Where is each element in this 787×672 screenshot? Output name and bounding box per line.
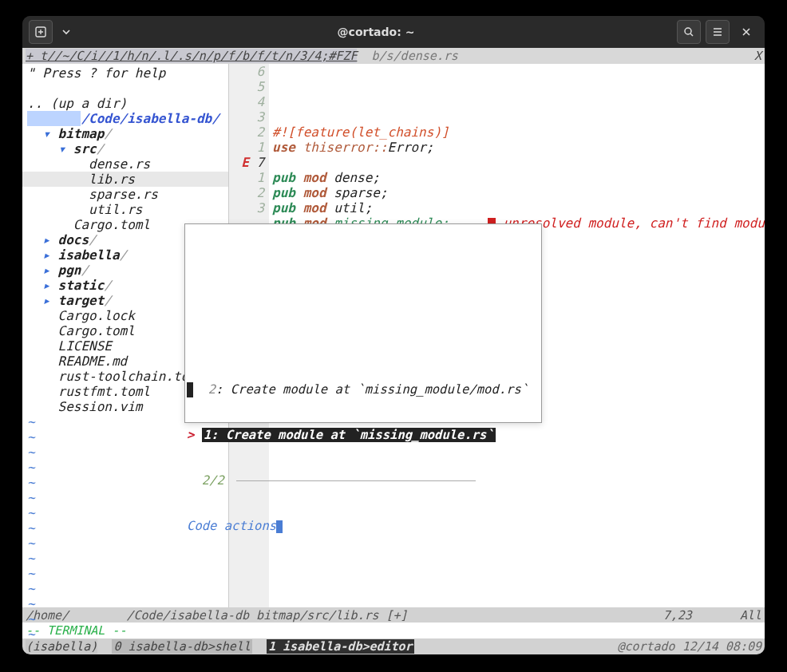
- code-line[interactable]: #![feature(let_chains)]: [272, 125, 765, 140]
- tree-file[interactable]: util.rs: [22, 202, 228, 217]
- window-title: @cortado: ~: [80, 26, 672, 38]
- tmux-clock: @cortado 12/14 08:09: [617, 639, 761, 654]
- tree-file[interactable]: dense.rs: [22, 156, 228, 172]
- code-line[interactable]: [272, 155, 765, 170]
- close-window-button[interactable]: [734, 20, 758, 44]
- code-action-count: 2/2: [185, 473, 541, 488]
- code-line[interactable]: use thiserror::Error;: [272, 140, 765, 155]
- code-line[interactable]: pub mod util;: [272, 200, 765, 215]
- window-titlebar: @cortado: ~: [22, 16, 765, 48]
- new-tab-button[interactable]: [29, 20, 53, 44]
- code-line[interactable]: pub mod sparse;: [272, 185, 765, 200]
- tree-file[interactable]: lib.rs: [22, 172, 228, 187]
- vim-tabline[interactable]: + t//~/C/i//1/h/n/.l/.s/n/p/f/b/f/t/n/3/…: [22, 48, 765, 64]
- editor-code[interactable]: 2: Create module at `missing_module/mod.…: [269, 64, 765, 607]
- svg-point-1: [685, 28, 691, 34]
- status-scroll-pct: All: [740, 608, 761, 623]
- tab-close-icon[interactable]: X: [754, 49, 765, 63]
- tree-folder[interactable]: ▾ src/: [22, 141, 228, 156]
- code-actions-popup[interactable]: 2: Create module at `missing_module/mod.…: [184, 223, 542, 423]
- new-tab-dropdown[interactable]: [57, 20, 75, 44]
- code-action-item-selected[interactable]: > 1: Create module at `missing_module.rs…: [185, 428, 541, 443]
- tab-other[interactable]: b/s/dense.rs: [371, 49, 457, 63]
- tab-current[interactable]: + t//~/C/i//1/h/n/.l/.s/n/p/f/b/f/t/n/3/…: [26, 49, 357, 63]
- tmux-window-1[interactable]: 1 isabella-db>editor: [267, 639, 414, 654]
- code-action-prompt[interactable]: Code actions: [185, 519, 541, 534]
- tree-folder[interactable]: ▾ bitmap/: [22, 126, 228, 141]
- search-button[interactable]: [677, 20, 701, 44]
- editor-pane[interactable]: 654321E 7123 2: Create module at `missin…: [229, 64, 765, 607]
- tree-file[interactable]: sparse.rs: [22, 187, 228, 202]
- code-action-item[interactable]: 2: Create module at `missing_module/mod.…: [185, 382, 541, 397]
- code-line[interactable]: pub mod dense;: [272, 170, 765, 185]
- status-cursor-pos: 7,23: [663, 608, 692, 623]
- hamburger-menu-button[interactable]: [706, 20, 730, 44]
